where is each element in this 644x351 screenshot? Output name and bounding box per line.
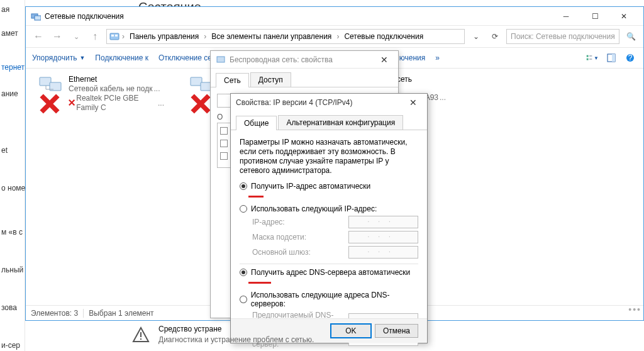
connection-name: Ethernet <box>69 75 164 84</box>
svg-text:?: ? <box>628 53 633 62</box>
connection-status <box>397 84 446 93</box>
item-count: Элементов: 3 <box>31 309 78 318</box>
field-label: Основной шлюз: <box>252 248 342 257</box>
cut-text: амет <box>0 24 25 43</box>
ipv4-properties-dialog: Свойства: IP версии 4 (TCP/IPv4) ✕ Общие… <box>230 93 428 343</box>
breadcrumb-dropdown[interactable]: ⌄ <box>469 29 484 44</box>
back-button[interactable]: ← <box>31 29 46 44</box>
tab-network[interactable]: Сеть <box>216 73 249 87</box>
view-options-button[interactable]: ▼ <box>586 51 599 65</box>
recent-dropdown[interactable]: ⌄ <box>69 29 84 44</box>
up-button[interactable]: ↑ <box>87 29 103 44</box>
dialog-titlebar[interactable]: Свойства: IP версии 4 (TCP/IPv4) ✕ <box>231 94 427 111</box>
svg-rect-6 <box>587 58 589 60</box>
field-label: IP-адрес: <box>252 218 342 226</box>
connect-to-button[interactable]: Подключение к <box>95 53 148 62</box>
overflow-dots-icon[interactable]: ••• <box>628 304 641 315</box>
connection-status: Сетевой кабель не подк... <box>69 84 164 94</box>
svg-rect-3 <box>111 35 114 36</box>
svg-rect-18 <box>140 332 142 337</box>
highlight-underline <box>248 280 271 284</box>
connection-adapter: Realtek PCIe GBE Family C... <box>69 94 164 113</box>
cut-text: зова <box>0 298 25 317</box>
tab-access[interactable]: Доступ <box>250 72 291 87</box>
organize-menu[interactable]: Упорядочить ▼ <box>32 53 85 62</box>
radio-icon <box>240 205 247 213</box>
minimize-button[interactable]: ─ <box>552 8 580 25</box>
search-input[interactable]: Поиск: Сетевые подключения <box>506 29 619 44</box>
radio-ip-manual[interactable]: Использовать следующий IP-адрес: <box>240 204 418 213</box>
radio-dns-auto[interactable]: Получить адрес DNS-сервера автоматически <box>240 268 418 277</box>
radio-dns-manual[interactable]: Использовать следующие адреса DNS-сервер… <box>240 291 418 308</box>
ok-button[interactable]: OK <box>331 324 371 338</box>
network-icon <box>31 11 41 21</box>
svg-rect-10 <box>612 54 615 62</box>
ethernet-adapter-icon <box>38 75 64 98</box>
cut-text: ая <box>0 0 25 19</box>
dialog-title: Свойства: IP версии 4 (TCP/IPv4) <box>236 98 404 107</box>
control-panel-icon <box>109 31 119 42</box>
svg-rect-19 <box>140 338 142 340</box>
window-title: Сетевые подключения <box>45 12 552 21</box>
warning-icon <box>132 326 150 343</box>
radio-label: Использовать следующие адреса DNS-сервер… <box>251 291 418 308</box>
tab-strip: Общие Альтернативная конфигурация <box>231 111 427 130</box>
troubleshooter-row[interactable]: Средство устране Диагностика и устранени… <box>132 324 314 345</box>
radio-icon <box>240 296 247 303</box>
ip-address-input: ... <box>348 216 418 228</box>
svg-rect-4 <box>115 35 118 36</box>
svg-rect-15 <box>191 77 202 86</box>
maximize-button[interactable]: ☐ <box>580 8 609 25</box>
troubleshooter-title: Средство устране <box>158 324 314 335</box>
breadcrumb-item[interactable]: Сетевые подключения <box>341 32 426 41</box>
svg-rect-1 <box>35 16 41 20</box>
cut-text: и-сер <box>0 336 25 351</box>
svg-rect-8 <box>589 58 592 59</box>
disconnected-x-icon <box>37 92 46 101</box>
gateway-input: ... <box>348 246 418 259</box>
breadcrumb-item[interactable]: Панель управления <box>127 32 201 41</box>
radio-ip-auto[interactable]: Получить IP-адрес автоматически <box>240 182 418 191</box>
cut-text: et <box>0 141 25 160</box>
dialog-titlebar[interactable]: Беспроводная сеть: свойства ✕ <box>211 51 398 69</box>
radio-label: Получить IP-адрес автоматически <box>251 182 370 191</box>
subnet-mask-row: Маска подсети: ... <box>252 231 418 243</box>
close-button[interactable]: ✕ <box>404 96 422 109</box>
selected-count: Выбран 1 элемент <box>89 309 153 318</box>
dialog-title: Беспроводная сеть: свойства <box>230 55 375 64</box>
search-icon[interactable]: 🔍 <box>623 29 638 44</box>
breadcrumb-item[interactable]: Все элементы панели управления <box>209 32 334 41</box>
cut-text: ание <box>0 84 25 103</box>
svg-rect-7 <box>589 55 592 56</box>
radio-label: Получить адрес DNS-сервера автоматически <box>251 268 410 277</box>
disconnected-x-icon <box>188 92 197 101</box>
cut-text: тернет <box>0 58 25 77</box>
svg-rect-13 <box>40 77 51 86</box>
refresh-button[interactable]: ⟳ <box>487 29 502 44</box>
troubleshooter-subtitle: Диагностика и устранение проблем с сетью… <box>158 335 314 345</box>
close-button[interactable]: ✕ <box>375 53 393 67</box>
svg-rect-5 <box>587 55 589 57</box>
radio-icon <box>240 182 247 190</box>
cancel-button[interactable]: Отмена <box>375 324 418 338</box>
tab-alternate-config[interactable]: Альтернативная конфигурация <box>278 115 403 130</box>
connection-ethernet[interactable]: Ethernet Сетевой кабель не подк... Realt… <box>38 75 164 113</box>
ip-address-row: IP-адрес: ... <box>252 216 418 228</box>
preview-pane-button[interactable] <box>604 51 618 65</box>
forward-button[interactable]: → <box>50 29 65 44</box>
tab-strip: Сеть Доступ <box>211 69 398 87</box>
cut-text: м «в с <box>0 223 25 242</box>
cut-text: льный <box>0 260 25 279</box>
close-button[interactable]: ✕ <box>609 8 638 25</box>
connection-name: сеть <box>397 75 446 84</box>
gateway-row: Основной шлюз: ... <box>252 246 418 259</box>
tab-general[interactable]: Общие <box>236 116 277 130</box>
help-button[interactable]: ? <box>623 51 637 65</box>
radio-icon <box>240 269 247 276</box>
disable-device-button[interactable]: Отключение се <box>158 53 212 62</box>
cut-text: о номе <box>0 179 25 198</box>
breadcrumb[interactable]: › Панель управления › Все элементы панел… <box>106 29 465 44</box>
toolbar-overflow[interactable]: » <box>435 53 440 62</box>
window-titlebar: Сетевые подключения ─ ☐ ✕ <box>26 7 643 26</box>
nav-bar: ← → ⌄ ↑ › Панель управления › Все элемен… <box>26 26 643 47</box>
